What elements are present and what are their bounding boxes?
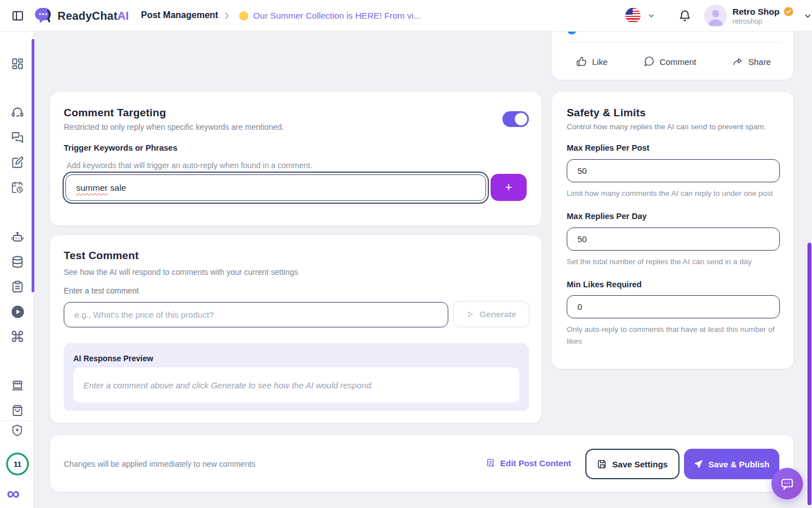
comment-targeting-toggle[interactable] bbox=[502, 111, 529, 127]
ai-response-preview-panel: AI Response Preview Enter a comment abov… bbox=[64, 343, 529, 411]
dashboard-icon bbox=[11, 57, 24, 71]
generate-label: Generate bbox=[479, 309, 516, 319]
min-likes-help: Only auto-reply to comments that have at… bbox=[567, 324, 776, 348]
sidebar-item-ai-bot[interactable] bbox=[11, 230, 24, 244]
clipboard-icon bbox=[11, 280, 24, 294]
max-replies-day-label: Max Replies Per Day bbox=[567, 212, 647, 221]
comment-targeting-subtitle: Restricted to only reply when specific k… bbox=[64, 122, 284, 132]
action-bar-note: Changes will be applied immediately to n… bbox=[64, 459, 255, 468]
max-replies-post-help: Limit how many comments the AI can reply… bbox=[567, 188, 781, 200]
calendar-clock-icon bbox=[11, 181, 24, 194]
user-handle: retroshop bbox=[732, 17, 793, 25]
chevron-down-icon bbox=[647, 12, 655, 20]
robot-icon bbox=[11, 230, 24, 244]
max-replies-post-input[interactable] bbox=[567, 159, 780, 182]
chat-bubble-icon bbox=[780, 476, 795, 491]
play-icon bbox=[11, 305, 25, 319]
infinity-icon[interactable]: ∞ bbox=[7, 483, 20, 503]
notifications-bell-icon[interactable] bbox=[678, 9, 691, 23]
compose-icon bbox=[11, 156, 24, 169]
user-menu[interactable]: Retro Shop retroshop bbox=[704, 5, 812, 27]
share-button[interactable]: Share bbox=[732, 56, 771, 67]
share-icon bbox=[732, 56, 743, 67]
us-flag-icon bbox=[625, 8, 641, 23]
save-publish-label: Save & Publish bbox=[708, 459, 769, 469]
sidebar-item-conversations[interactable] bbox=[11, 131, 24, 144]
sidebar-item-support[interactable] bbox=[11, 106, 24, 119]
progress-badge[interactable]: 11 bbox=[6, 453, 29, 475]
user-name: Retro Shop bbox=[732, 7, 780, 17]
comment-bubble-icon bbox=[643, 56, 655, 67]
send-icon bbox=[694, 459, 703, 469]
test-comment-card: Test Comment See how the AI will respond… bbox=[50, 235, 542, 423]
max-replies-post-label: Max Replies Per Post bbox=[567, 143, 650, 152]
brand-logo[interactable]: ReadyChatAI bbox=[33, 6, 129, 26]
generate-play-icon bbox=[466, 310, 475, 319]
safety-limits-subtitle: Control how many replies the AI can send… bbox=[567, 122, 781, 131]
comment-targeting-title: Comment Targeting bbox=[64, 107, 166, 119]
add-keyword-button[interactable]: + bbox=[491, 174, 527, 201]
sidebar-toggle-icon[interactable] bbox=[11, 10, 24, 22]
breadcrumb-section[interactable]: Post Management bbox=[141, 10, 218, 20]
safety-limits-card: Safety & Limits Control how many replies… bbox=[551, 91, 794, 369]
sidebar-item-shop[interactable] bbox=[11, 404, 24, 417]
min-likes-input[interactable] bbox=[567, 295, 780, 318]
comment-label: Comment bbox=[660, 57, 696, 67]
edit-document-icon bbox=[486, 458, 496, 468]
chat-widget-button[interactable] bbox=[771, 468, 803, 500]
save-settings-button[interactable]: Save Settings bbox=[585, 449, 679, 479]
test-comment-input[interactable] bbox=[64, 302, 448, 327]
database-icon bbox=[11, 255, 24, 269]
sidebar-item-tasks[interactable] bbox=[11, 280, 24, 294]
brand-suffix: AI bbox=[117, 10, 129, 22]
sidebar-item-compose[interactable] bbox=[11, 156, 24, 169]
edit-post-content-link[interactable]: Edit Post Content bbox=[486, 458, 571, 468]
comment-button[interactable]: Comment bbox=[643, 56, 696, 67]
ai-response-preview-title: AI Response Preview bbox=[73, 354, 153, 363]
shopping-bag-icon bbox=[11, 404, 24, 417]
save-settings-label: Save Settings bbox=[612, 459, 668, 469]
max-replies-day-input[interactable] bbox=[567, 227, 780, 251]
trigger-keywords-help: Add keywords that will trigger an auto-r… bbox=[67, 160, 312, 172]
sidebar-item-scheduler[interactable] bbox=[11, 181, 24, 194]
comment-targeting-card: Comment Targeting Restricted to only rep… bbox=[50, 91, 542, 226]
sidebar-scrollbar[interactable] bbox=[32, 39, 34, 292]
breadcrumb-chevron-icon bbox=[222, 11, 231, 20]
test-comment-title: Test Comment bbox=[64, 249, 139, 262]
top-header: ReadyChatAI Post Management Our Summer C… bbox=[0, 0, 812, 32]
sun-emoji bbox=[239, 11, 248, 20]
share-label: Share bbox=[748, 57, 771, 67]
keyword-text-misspelled: summer bbox=[76, 183, 108, 192]
chevron-down-icon bbox=[804, 12, 812, 20]
command-icon bbox=[11, 330, 24, 343]
test-comment-subtitle: See how the AI will respond to comments … bbox=[64, 268, 298, 277]
edit-post-content-label: Edit Post Content bbox=[500, 458, 571, 468]
breadcrumb-post: Our Summer Collection is HERE! From vi..… bbox=[239, 11, 421, 21]
save-publish-button[interactable]: Save & Publish bbox=[684, 449, 779, 479]
like-label: Like bbox=[592, 57, 608, 67]
language-selector[interactable] bbox=[625, 8, 655, 23]
sidebar-item-shortcuts[interactable] bbox=[11, 330, 24, 343]
page-scrollbar[interactable] bbox=[807, 243, 811, 505]
sidebar-item-dashboard[interactable] bbox=[11, 57, 24, 71]
ai-response-preview-text: Enter a comment above and click Generate… bbox=[83, 380, 373, 390]
generate-button[interactable]: Generate bbox=[453, 301, 529, 327]
breadcrumb-post-title: Our Summer Collection is HERE! From vi..… bbox=[253, 11, 421, 21]
max-replies-day-help: Set the total number of replies the AI c… bbox=[567, 256, 781, 268]
test-comment-input-label: Enter a test comment bbox=[64, 286, 139, 295]
avatar bbox=[704, 5, 727, 27]
like-button[interactable]: Like bbox=[576, 56, 608, 67]
safety-limits-title: Safety & Limits bbox=[567, 107, 646, 119]
min-likes-label: Min Likes Required bbox=[567, 280, 642, 289]
sidebar-item-data[interactable] bbox=[11, 255, 24, 269]
sidebar-item-security[interactable] bbox=[11, 424, 24, 437]
post-card-divider bbox=[566, 42, 781, 42]
brand-name: ReadyChat bbox=[58, 10, 117, 22]
sidebar-item-store[interactable] bbox=[11, 379, 24, 392]
thumbs-up-icon bbox=[576, 56, 587, 67]
keyword-text-rest: sale bbox=[108, 183, 126, 192]
keyword-input[interactable]: summer sale bbox=[65, 174, 486, 201]
sidebar: 11 ∞ bbox=[0, 32, 34, 508]
chats-icon bbox=[11, 131, 24, 144]
sidebar-item-media[interactable] bbox=[11, 305, 24, 318]
